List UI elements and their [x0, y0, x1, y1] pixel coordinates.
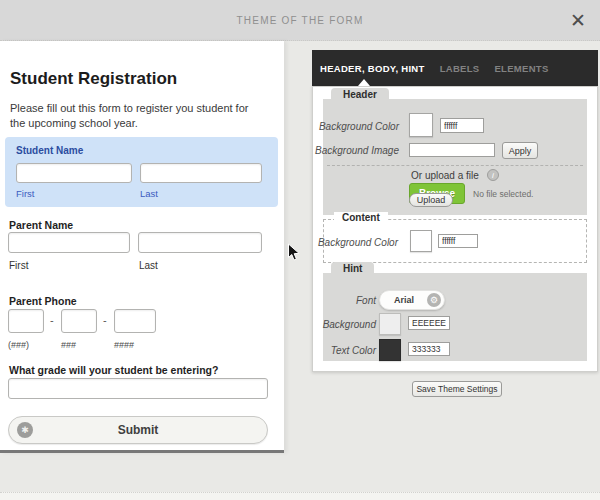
tab-elements[interactable]: ELEMENTS: [494, 63, 548, 74]
theme-settings-panel: Header Background Color Background Image…: [312, 86, 598, 372]
student-first-input[interactable]: [16, 163, 132, 183]
student-name-field[interactable]: Student Name First Last: [5, 137, 278, 207]
hint-background-swatch[interactable]: [379, 313, 401, 335]
theme-dialog: THEME OF THE FORM ✕ Student Registration…: [0, 0, 600, 500]
header-bg-image-input[interactable]: [409, 143, 495, 157]
header-bg-color-label: Background Color: [319, 121, 399, 132]
info-icon[interactable]: i: [487, 169, 499, 181]
phone-prefix-input[interactable]: [61, 309, 97, 333]
save-theme-settings-button[interactable]: Save Theme Settings: [412, 381, 502, 397]
submit-gear-icon: ✱: [17, 422, 33, 438]
phone-separator: -: [50, 314, 54, 326]
font-label: Font: [356, 295, 376, 306]
font-select[interactable]: Arial ⚙: [379, 290, 445, 310]
font-gear-icon: ⚙: [427, 293, 441, 307]
hint-background-label: Background: [323, 319, 376, 330]
phone-separator: -: [103, 314, 107, 326]
parent-name-label: Parent Name: [9, 219, 73, 231]
student-last-sublabel: Last: [140, 188, 158, 199]
hint-background-input[interactable]: [408, 316, 450, 330]
upload-button[interactable]: Upload: [409, 193, 453, 207]
active-tab-caret: [358, 79, 370, 86]
hint-text-color-swatch[interactable]: [379, 339, 401, 361]
parent-phone-label: Parent Phone: [9, 295, 77, 307]
parent-last-input[interactable]: [138, 232, 262, 253]
grade-question-label: What grade will your student be entering…: [9, 364, 218, 376]
hint-text-color-label: Text Color: [331, 345, 376, 356]
form-title: Student Registration: [10, 69, 177, 89]
form-preview: Student Registration Please fill out thi…: [0, 41, 284, 453]
student-last-input[interactable]: [140, 163, 262, 183]
mouse-cursor-icon: [287, 243, 300, 262]
apply-button[interactable]: Apply: [502, 142, 538, 159]
page-footer-strip: [0, 492, 600, 500]
phone-line-input[interactable]: [114, 309, 156, 333]
tab-header-body-hint[interactable]: HEADER, BODY, HINT: [320, 63, 425, 74]
phone-area-hint: (###): [8, 340, 29, 350]
content-bg-color-input[interactable]: [438, 234, 478, 248]
phone-area-input[interactable]: [8, 309, 44, 333]
header-bg-color-swatch[interactable]: [409, 113, 433, 137]
hint-section: Hint Font Arial ⚙ Background Text Color: [323, 273, 587, 361]
hint-section-title: Hint: [331, 262, 374, 276]
or-upload-label: Or upload a file: [411, 170, 479, 181]
tab-labels[interactable]: LABELS: [440, 63, 480, 74]
grade-input[interactable]: [8, 378, 268, 399]
font-value: Arial: [394, 291, 414, 310]
close-icon[interactable]: ✕: [570, 9, 586, 32]
content-bg-color-swatch[interactable]: [410, 230, 432, 252]
no-file-selected-text: No file selected.: [473, 189, 533, 199]
form-description: Please fill out this form to register yo…: [10, 101, 262, 132]
content-bg-color-label: Background Color: [318, 237, 398, 248]
student-first-sublabel: First: [16, 188, 34, 199]
parent-last-sublabel: Last: [139, 260, 158, 271]
student-name-label: Student Name: [16, 145, 83, 156]
header-section-title: Header: [331, 88, 389, 102]
dialog-title: THEME OF THE FORM: [0, 0, 600, 41]
content-section-title: Content: [334, 212, 388, 223]
theme-tabbar: HEADER, BODY, HINT LABELS ELEMENTS: [312, 50, 598, 86]
dialog-header: THEME OF THE FORM ✕: [0, 0, 600, 41]
parent-first-input[interactable]: [8, 232, 130, 253]
header-bg-image-label: Background Image: [315, 145, 399, 156]
hint-text-color-input[interactable]: [408, 342, 450, 356]
phone-line-hint: ####: [114, 340, 134, 350]
submit-button[interactable]: ✱ Submit: [8, 416, 268, 444]
phone-prefix-hint: ###: [61, 340, 76, 350]
parent-first-sublabel: First: [9, 260, 28, 271]
header-bg-color-input[interactable]: [440, 118, 484, 133]
header-section: Header Background Color Background Image…: [323, 99, 587, 215]
divider: [327, 165, 583, 166]
submit-label: Submit: [118, 423, 159, 437]
content-section: Content Background Color: [323, 219, 587, 263]
